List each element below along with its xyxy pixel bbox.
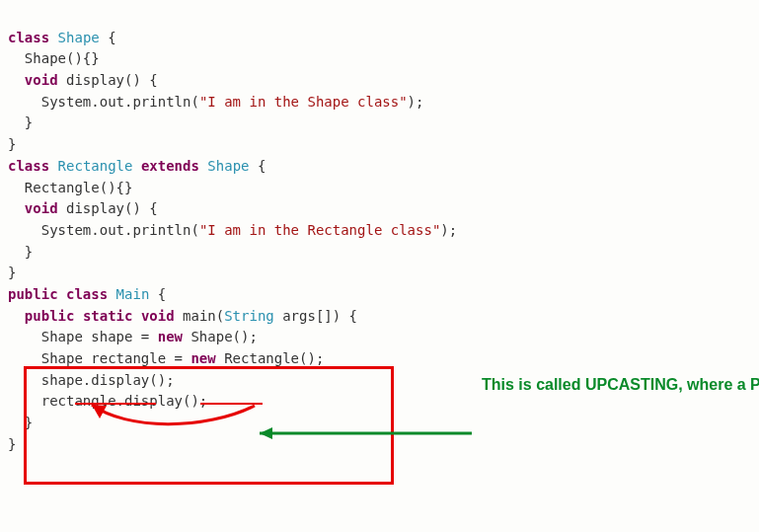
ctor-shape: Shape(){}	[8, 48, 751, 70]
kw-class: class	[8, 158, 49, 174]
ctor-rectangle: Rectangle(){}	[8, 178, 751, 199]
annotation-text: This is called UPCASTING, where a Parent…	[482, 374, 738, 396]
type-main: Main	[116, 286, 150, 302]
highlight-box	[24, 366, 394, 485]
kw-extends: extends	[141, 158, 199, 174]
string-literal: "I am in the Rectangle class"	[199, 222, 440, 238]
type-shape: Shape	[58, 30, 100, 45]
kw-class: class	[8, 30, 49, 45]
kw-new: new	[158, 329, 183, 344]
code-block: class Shape { Shape(){} void display() {…	[8, 6, 751, 532]
type-rectangle: Rectangle	[58, 158, 133, 174]
string-literal: "I am in the Shape class"	[199, 94, 408, 110]
kw-void: void	[25, 72, 58, 88]
type-string: String	[224, 308, 274, 324]
kw-public: public	[8, 286, 58, 302]
kw-static: static	[83, 308, 133, 324]
